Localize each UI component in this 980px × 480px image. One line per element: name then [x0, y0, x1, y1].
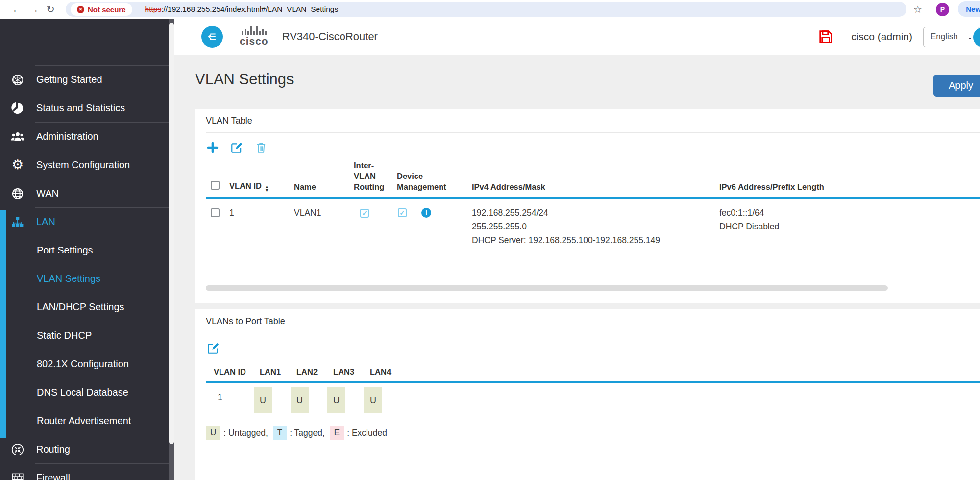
people-icon [9, 130, 26, 144]
info-icon[interactable] [421, 208, 431, 218]
logged-in-user: cisco (admin) [851, 31, 912, 43]
gear-icon: ⚙ [9, 158, 26, 172]
sidebar-subitem-dns-local-database[interactable]: DNS Local Database [0, 378, 174, 406]
cisco-logo: cisco [240, 26, 269, 47]
sidebar-subitem-router-advertisement[interactable]: Router Advertisement [0, 406, 174, 435]
address-bar[interactable]: ✕ Not secure https://192.168.255.254/ind… [66, 2, 906, 17]
edit-vlan-button[interactable] [230, 141, 243, 154]
lan2-tag-cell: U [291, 387, 309, 413]
browser-update-button[interactable]: New [958, 1, 980, 17]
sidebar-subitem-vlan-settings[interactable]: VLAN Settings [0, 264, 174, 293]
browser-toolbar: ← → ↻ ✕ Not secure https://192.168.255.2… [0, 0, 980, 19]
vlan-table-card: VLAN Table [195, 109, 980, 303]
sidebar-item-getting-started[interactable]: Getting Started [0, 66, 174, 94]
page-header: VLAN Settings Apply [174, 55, 980, 109]
col-ipv6: IPv6 Address/Prefix Length [719, 181, 980, 192]
app-header: cisco RV340-CiscoRouter cisco (admin) En… [174, 19, 980, 55]
sort-icon[interactable]: ▲▼ [265, 185, 269, 192]
language-select[interactable]: English ⌄ [923, 27, 980, 47]
browser-profile-avatar[interactable]: P [936, 3, 949, 16]
url-scheme: https [145, 5, 162, 13]
page-title: VLAN Settings [195, 71, 294, 88]
browser-back-icon[interactable]: ← [9, 3, 25, 15]
sidebar-item-system-configuration[interactable]: ⚙ System Configuration [0, 151, 174, 179]
delete-vlan-button[interactable] [255, 141, 268, 154]
col-vlan-id: VLAN ID [206, 367, 253, 377]
not-secure-badge[interactable]: ✕ Not secure [71, 3, 132, 16]
ipv4-cell: 192.168.255.254/24 255.255.255.0 DHCP Se… [472, 206, 719, 247]
firewall-icon [9, 472, 26, 480]
col-vlan-id[interactable]: VLAN ID [229, 181, 262, 190]
sidebar-collapse-button[interactable] [201, 26, 223, 48]
col-lan3: LAN3 [326, 367, 363, 377]
col-name: Name [289, 181, 348, 192]
sidebar-item-label: LAN [36, 216, 55, 227]
port-table-header-row: VLAN ID LAN1 LAN2 LAN3 LAN4 [206, 367, 980, 383]
sidebar-item-lan[interactable]: LAN [0, 208, 174, 236]
vlan-name-value: VLAN1 [289, 206, 348, 220]
vlan-id-value: 1 [206, 387, 253, 413]
getting-started-icon [9, 74, 26, 86]
add-vlan-button[interactable] [207, 142, 219, 153]
tagged-label: : Tagged, [290, 428, 325, 438]
bookmark-star-icon[interactable]: ☆ [913, 3, 922, 15]
browser-reload-icon[interactable]: ↻ [42, 3, 59, 15]
edit-port-assignment-button[interactable] [207, 342, 220, 354]
subitem-label: 802.1X Configuration [37, 358, 129, 370]
col-lan1: LAN1 [253, 367, 290, 377]
sidebar-item-label: Administration [36, 131, 98, 142]
lan4-tag-cell: U [364, 387, 382, 413]
tagged-chip: T [273, 426, 287, 440]
excluded-chip: E [330, 426, 344, 440]
untagged-chip: U [206, 426, 220, 440]
subitem-label: LAN/DHCP Settings [37, 302, 124, 313]
active-section-indicator [0, 210, 6, 438]
browser-forward-icon[interactable]: → [25, 3, 42, 15]
ipv6-address: fec0:1::1/64 [719, 206, 980, 220]
url-text: https://192.168.255.254/index.html#/LAN_… [145, 5, 339, 14]
horizontal-scrollbar[interactable] [206, 285, 888, 291]
network-icon [9, 216, 26, 228]
sidebar-subitem-8021x-configuration[interactable]: 802.1X Configuration [0, 350, 174, 378]
chevron-down-icon: ⌄ [967, 33, 973, 41]
sidebar-item-label: Status and Statistics [36, 102, 125, 114]
lan3-tag-cell: U [327, 387, 345, 413]
save-config-icon[interactable] [818, 29, 833, 45]
sidebar-item-firewall[interactable]: Firewall [0, 464, 174, 480]
not-secure-label: Not secure [88, 5, 126, 14]
device-management-checkbox[interactable] [398, 208, 407, 217]
apply-button[interactable]: Apply [933, 75, 980, 97]
port-table-row: 1 U U U U [206, 383, 980, 413]
untagged-label: : Untagged, [223, 428, 268, 438]
sidebar-subitem-static-dhcp[interactable]: Static DHCP [0, 321, 174, 350]
subitem-label: DNS Local Database [37, 387, 128, 398]
col-ipv4: IPv4 Address/Mask [472, 181, 719, 192]
sidebar: Getting Started Status and Statistics [0, 19, 174, 480]
sidebar-scrollbar[interactable] [169, 19, 174, 480]
sidebar-item-routing[interactable]: Routing [0, 435, 174, 463]
select-all-checkbox[interactable] [211, 181, 220, 190]
pie-chart-icon [9, 102, 26, 115]
col-inter-vlan-routing: Inter-VLAN Routing [354, 160, 385, 192]
inter-vlan-routing-checkbox[interactable] [360, 209, 369, 218]
sidebar-item-status-statistics[interactable]: Status and Statistics [0, 94, 174, 122]
sidebar-item-label: Routing [36, 444, 70, 455]
ipv6-cell: fec0:1::1/64 DHCP Disabled [719, 206, 980, 233]
url-rest: ://192.168.255.254/index.html#/LAN_VLAN_… [161, 5, 338, 13]
row-select-checkbox[interactable] [211, 208, 220, 217]
subitem-label: Router Advertisement [37, 415, 131, 427]
sidebar-scrollbar-thumb[interactable] [169, 23, 174, 444]
sidebar-item-label: WAN [36, 188, 59, 199]
excluded-label: : Excluded [347, 428, 387, 438]
sidebar-subitem-lan-dhcp-settings[interactable]: LAN/DHCP Settings [0, 293, 174, 321]
sidebar-item-administration[interactable]: Administration [0, 123, 174, 151]
not-secure-icon: ✕ [77, 6, 84, 13]
sidebar-subitem-port-settings[interactable]: Port Settings [0, 236, 174, 264]
vlan-id-value: 1 [225, 206, 289, 220]
lan1-tag-cell: U [254, 387, 272, 413]
col-lan2: LAN2 [290, 367, 326, 377]
language-value: English [931, 32, 958, 42]
sidebar-item-wan[interactable]: WAN [0, 179, 174, 207]
subitem-label: VLAN Settings [37, 273, 100, 284]
vlan-table-header-row: VLAN ID▲▼ Name Inter-VLAN Routing Device… [206, 160, 980, 199]
